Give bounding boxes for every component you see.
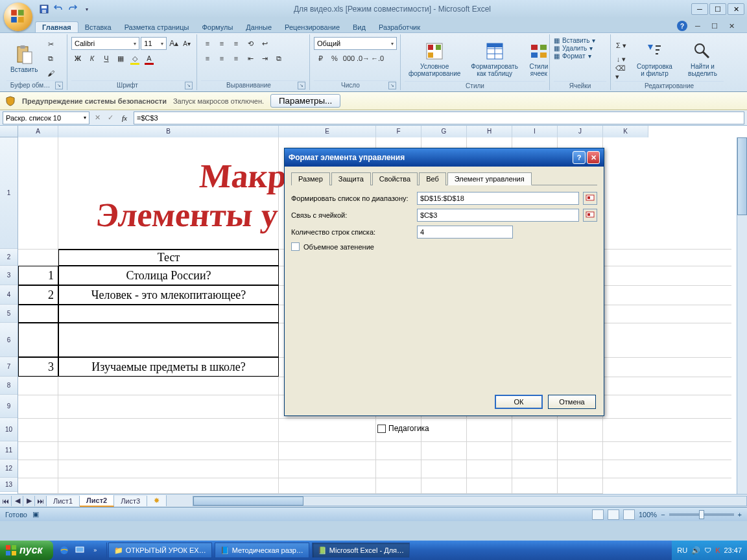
sheet-nav-last-icon[interactable]: ⏭	[35, 496, 47, 506]
dialog-help-icon[interactable]: ?	[573, 151, 586, 164]
alignment-launcher-icon[interactable]: ↘	[298, 82, 305, 89]
wrap-text-icon[interactable]: ↩	[258, 37, 271, 50]
comma-icon[interactable]: 000	[342, 52, 355, 65]
indent-increase-icon[interactable]: ⇥	[258, 52, 271, 65]
zoom-out-icon[interactable]: −	[661, 511, 665, 519]
grow-font-icon[interactable]: A▴	[168, 37, 180, 50]
insert-sheet-icon[interactable]: ✸	[147, 495, 167, 506]
tab-formulas[interactable]: Формулы	[195, 22, 239, 32]
clear-icon[interactable]: ⌫ ▾	[615, 66, 628, 79]
normal-view-icon[interactable]	[592, 509, 604, 520]
name-box[interactable]: Раскр. список 10▾	[3, 111, 89, 124]
range-picker-icon[interactable]	[583, 192, 597, 205]
page-layout-view-icon[interactable]	[608, 509, 619, 520]
cell-b3[interactable]: Столица России?	[58, 266, 279, 285]
align-top-icon[interactable]: ≡	[201, 37, 214, 50]
row-header[interactable]: 10	[0, 418, 18, 441]
sheet-nav-first-icon[interactable]: ⏮	[0, 496, 12, 506]
office-button[interactable]	[4, 3, 32, 31]
format-cells-button[interactable]: ▦Формат ▾	[554, 52, 606, 60]
tray-icon[interactable]: 🔊	[691, 546, 700, 555]
cell-styles-button[interactable]: Стили ячеек	[525, 37, 553, 81]
clipboard-launcher-icon[interactable]: ↘	[55, 82, 63, 89]
sheet-tab-1[interactable]: Лист1	[47, 496, 80, 506]
form-checkbox-2[interactable]: Педагогика	[377, 424, 429, 433]
col-header[interactable]: F	[376, 126, 421, 137]
border-icon[interactable]: ▦	[114, 52, 127, 65]
format-painter-icon[interactable]: 🖌	[44, 67, 57, 80]
increase-decimal-icon[interactable]: .0→	[357, 52, 370, 65]
tab-developer[interactable]: Разработчик	[372, 22, 427, 32]
col-header[interactable]: A	[18, 126, 58, 137]
tab-data[interactable]: Данные	[239, 22, 278, 32]
row-header[interactable]: 4	[0, 285, 18, 305]
maximize-button[interactable]: ☐	[709, 3, 726, 15]
font-size-combo[interactable]: 11▾	[141, 37, 167, 50]
zoom-level[interactable]: 100%	[639, 511, 657, 519]
col-header[interactable]: K	[603, 126, 648, 137]
dialog-tab-protection[interactable]: Защита	[331, 172, 371, 185]
formula-input[interactable]: =$C$3	[134, 111, 744, 124]
dialog-close-icon[interactable]: ✕	[587, 151, 600, 164]
sheet-nav-next-icon[interactable]: ▶	[23, 496, 35, 506]
close-button[interactable]: ✕	[728, 3, 744, 15]
row-header[interactable]: 2	[0, 249, 18, 266]
redo-icon[interactable]	[66, 3, 79, 16]
cell-b4[interactable]: Человек - это млекопитающее?	[58, 285, 279, 305]
start-button[interactable]: пуск	[0, 541, 53, 560]
page-break-view-icon[interactable]	[623, 509, 635, 520]
delete-cells-button[interactable]: ▦Удалить ▾	[554, 45, 606, 52]
security-options-button[interactable]: Параметры...	[270, 94, 340, 108]
cell-a5[interactable]	[18, 305, 58, 323]
select-all-corner[interactable]	[0, 126, 18, 137]
lang-indicator[interactable]: RU	[677, 546, 687, 554]
fx-icon[interactable]: fx	[118, 111, 131, 124]
ribbon-minimize-icon[interactable]: ─	[691, 19, 704, 32]
taskbar-item-1[interactable]: 📁ОТКРЫТЫЙ УРОК EX…	[108, 542, 212, 558]
shade-checkbox[interactable]: Объемное затенение	[291, 242, 597, 251]
ok-button[interactable]: ОК	[495, 395, 543, 409]
ie-icon[interactable]	[57, 542, 71, 558]
minimize-button[interactable]: ─	[691, 3, 708, 15]
col-header[interactable]: B	[58, 126, 279, 137]
macro-record-icon[interactable]: ▣	[32, 510, 39, 519]
zoom-slider[interactable]	[669, 513, 734, 516]
col-header[interactable]: J	[558, 126, 603, 137]
dialog-tab-size[interactable]: Размер	[291, 172, 330, 185]
merge-icon[interactable]: ⧉	[272, 52, 285, 65]
row-header[interactable]: 8	[0, 377, 18, 395]
taskbar-item-3[interactable]: 📗Microsoft Excel - Для…	[312, 542, 410, 558]
font-color-icon[interactable]: A	[143, 52, 156, 65]
cell-b5[interactable]	[58, 305, 279, 323]
find-select-button[interactable]: Найти и выделить	[682, 37, 724, 81]
row-header[interactable]: 5	[0, 305, 18, 323]
currency-icon[interactable]: ₽	[314, 52, 327, 65]
cut-icon[interactable]: ✂	[44, 38, 57, 51]
percent-icon[interactable]: %	[328, 52, 341, 65]
link-picker-icon[interactable]	[583, 209, 597, 222]
qat-customize-icon[interactable]: ▾	[80, 3, 93, 16]
row-header[interactable]: 13	[0, 478, 18, 492]
cell-b2[interactable]: Тест	[58, 249, 279, 266]
align-right-icon[interactable]: ≡	[230, 52, 243, 65]
zoom-in-icon[interactable]: +	[738, 511, 742, 519]
tab-page-layout[interactable]: Разметка страницы	[118, 22, 196, 32]
dialog-titlebar[interactable]: Формат элемента управления ? ✕	[285, 148, 604, 167]
enter-formula-icon[interactable]: ✓	[105, 112, 115, 124]
insert-cells-button[interactable]: ▦Вставить ▾	[554, 37, 606, 44]
ribbon-close-icon[interactable]: ✕	[725, 19, 738, 32]
align-center-icon[interactable]: ≡	[215, 52, 228, 65]
help-icon[interactable]: ?	[677, 21, 687, 31]
fill-color-icon[interactable]: ◇	[128, 52, 141, 65]
tab-view[interactable]: Вид	[346, 22, 372, 32]
cancel-button[interactable]: Отмена	[548, 395, 596, 409]
col-header[interactable]: H	[467, 126, 512, 137]
save-icon[interactable]	[38, 3, 51, 16]
tab-home[interactable]: Главная	[35, 21, 78, 32]
number-launcher-icon[interactable]: ↘	[388, 82, 396, 89]
undo-icon[interactable]	[52, 3, 65, 16]
row-header[interactable]: 6	[0, 323, 18, 357]
align-left-icon[interactable]: ≡	[201, 52, 214, 65]
lines-input[interactable]	[417, 226, 513, 239]
copy-icon[interactable]: ⧉	[44, 52, 57, 65]
